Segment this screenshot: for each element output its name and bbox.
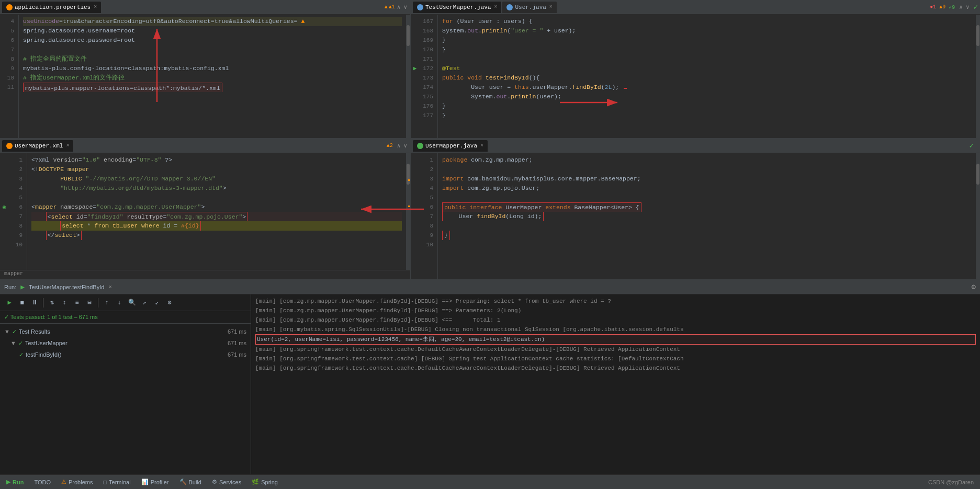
code-line: <?xml version="1.0" encoding="UTF-8" ?> bbox=[31, 155, 402, 165]
run-label: Run bbox=[13, 479, 24, 485]
code-content-app-props[interactable]: useUnicode=true&characterEncoding=utf8&a… bbox=[19, 15, 406, 138]
separator bbox=[98, 298, 98, 308]
tab-user-java[interactable]: User.java × bbox=[502, 2, 556, 13]
status-build[interactable]: 🔨 Build bbox=[177, 479, 204, 485]
settings-icon[interactable]: ⚙ bbox=[972, 282, 976, 291]
status-services[interactable]: ⚙ Services bbox=[210, 479, 243, 485]
test-class-duration: 671 ms bbox=[228, 340, 246, 346]
pause-button[interactable]: ⏸ bbox=[29, 298, 40, 308]
java-icon bbox=[506, 4, 513, 10]
line-numbers: 1 2 3 4 5 6 7 8 9 10 bbox=[419, 153, 438, 279]
code-line: select * from tb_user where id = #{id} bbox=[31, 221, 402, 231]
profiler-icon: 📊 bbox=[141, 479, 149, 485]
test-class-name: TestUserMapper bbox=[25, 340, 67, 346]
file-icon bbox=[6, 4, 13, 10]
code-line: PUBLIC "-//mybatis.org//DTD Mapper 3.0//… bbox=[31, 174, 402, 184]
scrollbar[interactable] bbox=[976, 15, 980, 138]
status-run[interactable]: ▶ Run bbox=[4, 479, 26, 485]
test-method-item[interactable]: ✓ testFindById() 671 ms bbox=[0, 349, 251, 360]
status-bar: ▶ Run TODO ⚠ Problems □ Terminal 📊 Profi… bbox=[0, 474, 980, 489]
tab-application-properties[interactable]: application.properties × bbox=[2, 2, 101, 13]
code-line: </select> bbox=[31, 231, 402, 240]
code-content-user-mapper-java[interactable]: package com.zg.mp.mapper; import com.bao… bbox=[438, 153, 976, 279]
nav-up[interactable]: ∧ bbox=[396, 142, 402, 149]
console-highlighted-line: User(id=2, userName=lisi, password=12345… bbox=[255, 334, 976, 345]
nav-down[interactable]: ∨ bbox=[402, 4, 408, 10]
gutter-marker[interactable]: ◉ bbox=[0, 202, 8, 212]
up-button[interactable]: ↑ bbox=[102, 298, 112, 308]
nav-up[interactable]: ∧ bbox=[396, 4, 402, 10]
test-results-label: Test Results bbox=[19, 328, 50, 335]
test-run-marker[interactable]: ▶ bbox=[411, 64, 419, 73]
scrollbar[interactable] bbox=[406, 15, 410, 138]
tab-bar-top-right: TestUserMapper.java × User.java × ●1 ▲9 … bbox=[411, 0, 980, 15]
tab-close[interactable]: × bbox=[66, 143, 69, 149]
down-button[interactable]: ↓ bbox=[114, 298, 125, 308]
code-line: System.out.println(user); bbox=[442, 92, 972, 101]
test-method-name: testFindById() bbox=[26, 351, 61, 358]
tab-user-mapper-java[interactable]: UserMapper.java × bbox=[413, 140, 488, 152]
code-line: spring.datasource.password=root bbox=[23, 36, 402, 45]
nav-down[interactable]: ∨ bbox=[402, 142, 408, 149]
todo-label: TODO bbox=[34, 479, 51, 485]
code-line: for (User user : users) { bbox=[442, 17, 972, 26]
warning-count: ▲2 bbox=[387, 143, 395, 149]
collapse-button[interactable]: ⊟ bbox=[84, 298, 95, 308]
scrollbar[interactable] bbox=[976, 153, 980, 279]
tab-close[interactable]: × bbox=[494, 4, 497, 10]
expand-button[interactable]: ≡ bbox=[72, 298, 82, 308]
line-numbers: 4 5 6 7 8 9 10 11 bbox=[0, 15, 19, 138]
config-button[interactable]: ⚙ bbox=[164, 298, 175, 308]
status-spring[interactable]: 🌿 Spring bbox=[250, 479, 280, 485]
code-area-user-mapper-xml: ◉ 1 2 3 4 5 6 7 8 9 10 bbox=[0, 153, 410, 270]
nav-down[interactable]: ∨ bbox=[965, 4, 971, 10]
run-icon: ▶ bbox=[6, 479, 10, 485]
java-icon bbox=[417, 4, 423, 10]
line-markers bbox=[411, 153, 419, 279]
watermark: CSDN @zgDaren bbox=[926, 479, 976, 485]
status-profiler[interactable]: 📊 Profiler bbox=[139, 479, 171, 485]
code-area-app-props: 4 5 6 7 8 9 10 11 useUnicode=true&charac… bbox=[0, 15, 410, 138]
console-line: [main] [org.mybatis.spring.SqlSessionUti… bbox=[255, 325, 976, 334]
code-line: public void testFindById(){ bbox=[442, 73, 972, 83]
scrollbar[interactable] bbox=[406, 153, 410, 270]
tab-filename: UserMapper.java bbox=[425, 143, 477, 149]
profiler-label: Profiler bbox=[151, 479, 169, 485]
code-line: public interface UserMapper extends Base… bbox=[442, 202, 972, 212]
test-results-panel: ▶ ◼ ⏸ ⇅ ↕ ≡ ⊟ ↑ ↓ 🔍 ↗ ↙ ⚙ ✓ T bbox=[0, 294, 251, 474]
status-problems[interactable]: ⚠ Problems bbox=[59, 479, 95, 485]
code-line: # 指定UserMapper.xml的文件路径 bbox=[23, 73, 402, 83]
run-play-icon: ▶ bbox=[20, 283, 25, 291]
tab-user-mapper-xml[interactable]: UserMapper.xml × bbox=[2, 140, 73, 152]
run-close[interactable]: × bbox=[108, 284, 112, 290]
code-content-test-mapper[interactable]: for (User user : users) { System.out.pri… bbox=[438, 15, 976, 138]
test-class-item[interactable]: ▼ ✓ TestUserMapper 671 ms bbox=[0, 337, 251, 349]
code-line: <mapper namespace="com.zg.mp.mapper.User… bbox=[31, 202, 402, 212]
sort-button[interactable]: ⇅ bbox=[47, 298, 57, 308]
import-button[interactable]: ↙ bbox=[152, 298, 162, 308]
sort-alpha-button[interactable]: ↕ bbox=[59, 298, 70, 308]
code-line bbox=[442, 54, 972, 64]
status-todo[interactable]: TODO bbox=[32, 479, 53, 485]
code-line bbox=[442, 240, 972, 249]
tab-close[interactable]: × bbox=[549, 4, 553, 10]
stop-button[interactable]: ◼ bbox=[17, 298, 27, 308]
rerun-button[interactable]: ▶ bbox=[4, 298, 15, 308]
export-button[interactable]: ↗ bbox=[139, 298, 150, 308]
code-line: <!DOCTYPE mapper bbox=[31, 165, 402, 174]
code-content-user-mapper-xml[interactable]: <?xml version="1.0" encoding="UTF-8" ?> … bbox=[27, 153, 406, 270]
code-line bbox=[442, 193, 972, 202]
nav-up[interactable]: ∧ bbox=[958, 4, 964, 10]
tab-close[interactable]: × bbox=[94, 4, 97, 10]
test-results-root[interactable]: ▼ ✓ Test Results 671 ms bbox=[0, 326, 251, 337]
run-header: Run: ▶ TestUserMapper.testFindById × ⚙ bbox=[0, 280, 980, 294]
tab-filename: TestUserMapper.java bbox=[425, 4, 491, 10]
status-terminal[interactable]: □ Terminal bbox=[101, 479, 132, 485]
tab-test-user-mapper[interactable]: TestUserMapper.java × bbox=[413, 2, 501, 13]
checkmark: ✓ bbox=[970, 141, 978, 150]
tab-close[interactable]: × bbox=[480, 143, 483, 149]
tab-filename: UserMapper.xml bbox=[15, 143, 63, 149]
run-body: ▶ ◼ ⏸ ⇅ ↕ ≡ ⊟ ↑ ↓ 🔍 ↗ ↙ ⚙ ✓ T bbox=[0, 294, 980, 474]
search-button[interactable]: 🔍 bbox=[127, 298, 137, 308]
code-line bbox=[442, 165, 972, 174]
